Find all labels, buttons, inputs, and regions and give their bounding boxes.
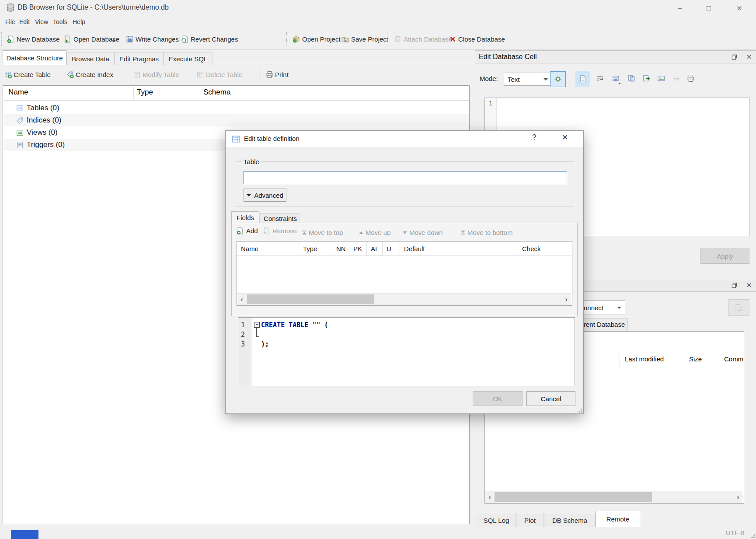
column-divider[interactable] [684,353,684,368]
export-data-button[interactable] [624,71,638,85]
revert-changes-button[interactable]: Revert Changes [178,31,240,47]
help-button[interactable]: ? [526,133,542,145]
add-field-button[interactable]: Add [237,227,258,234]
null-icon [672,74,680,82]
tab-database-structure[interactable]: Database Structure [3,50,66,65]
app-window: DB Browser for SQLite - C:\Users\turne\d… [0,0,756,539]
remote-column-last-modified[interactable]: Last modified [625,355,664,363]
printer-icon [687,74,695,82]
revert-changes-icon [181,35,188,43]
save-project-button[interactable]: Save Project [339,31,391,47]
print-button[interactable]: Print [266,67,289,82]
scroll-left-icon[interactable]: ‹ [237,294,246,305]
tree-column-type[interactable]: Type [137,88,153,97]
new-database-button[interactable]: New Database [4,31,62,47]
tab-db-schema[interactable]: DB Schema [544,513,596,528]
image-viewer-button[interactable] [654,71,668,85]
col-pk[interactable]: PK [349,242,367,256]
tab-plot[interactable]: Plot [516,513,544,528]
menu-file[interactable]: File [3,17,18,27]
open-project-icon [293,35,300,43]
line-number: 1 [485,100,496,107]
column-divider[interactable] [133,87,134,99]
col-check[interactable]: Check [518,242,571,256]
tree-row-tables[interactable]: Tables (0) [3,102,469,114]
remote-horizontal-scrollbar[interactable]: ‹ › [485,491,742,503]
encoding-indicator[interactable]: UTF-8 [726,529,745,536]
scroll-right-icon[interactable]: › [562,294,571,305]
open-project-button[interactable]: Open Project [290,31,343,47]
float-panel-icon[interactable] [729,280,739,290]
scrollbar-thumb[interactable] [247,294,374,304]
menu-tools[interactable]: Tools [50,17,70,27]
col-ai[interactable]: AI [367,242,383,256]
column-divider[interactable] [719,353,719,368]
sql-line-2 [261,330,328,340]
col-default[interactable]: Default [400,242,518,256]
mode-select[interactable]: Text [504,73,552,86]
toolbar-separator [120,32,121,46]
sql-code: CREATE TABLE "" ( ); [261,320,328,349]
minimize-button[interactable]: – [670,3,690,14]
close-database-button[interactable]: Close Database [447,31,508,47]
tab-edit-pragmas[interactable]: Edit Pragmas [115,52,164,65]
close-panel-icon[interactable]: ✕ [744,280,754,290]
tab-execute-sql[interactable]: Execute SQL [164,52,213,65]
tree-row-indices[interactable]: Indices (0) [3,114,469,126]
float-panel-icon[interactable] [729,52,739,62]
remote-column-size[interactable]: Size [689,355,702,363]
column-divider[interactable] [200,87,200,99]
dialog-close-button[interactable]: ✕ [557,133,573,145]
col-name[interactable]: Name [237,242,299,256]
menu-view[interactable]: View [32,17,51,27]
dialog-resize-grip[interactable] [577,407,582,413]
main-toolbar: New Database Open Database Write Changes… [0,29,756,50]
toolbar-grip[interactable] [1,32,3,46]
tab-browse-data[interactable]: Browse Data [66,52,115,65]
print-cell-button[interactable] [684,71,698,85]
menu-edit[interactable]: Edit [17,17,32,27]
scroll-right-icon[interactable]: › [734,491,742,503]
fields-horizontal-scrollbar[interactable]: ‹ › [237,293,571,305]
open-database-button[interactable]: Open Database [61,31,122,47]
close-panel-icon[interactable]: ✕ [744,52,754,62]
tab-remote[interactable]: Remote [596,511,640,528]
remote-column-commit[interactable]: Comm [724,355,743,363]
window-title: DB Browser for SQLite - C:\Users\turne\d… [17,4,169,11]
open-in-external-button[interactable] [639,71,653,85]
scroll-left-icon[interactable]: ‹ [485,491,494,503]
image-icon [657,74,665,82]
advanced-toggle-button[interactable]: Advanced [244,189,286,202]
col-nn[interactable]: NN [332,242,349,256]
delete-table-button: Delete Table [197,67,242,82]
column-divider[interactable] [620,353,620,368]
scrollbar-thumb[interactable] [495,492,652,502]
import-data-button[interactable] [609,71,623,85]
sql-line-3: ); [261,340,328,349]
import-dropdown-arrow[interactable] [618,83,621,84]
create-index-button[interactable]: Create Index [66,67,113,82]
table-group-label: Table [242,158,261,165]
fold-marker-icon[interactable]: − [254,322,260,328]
tab-fields[interactable]: Fields [231,211,259,224]
maximize-button[interactable]: □ [699,3,719,14]
tab-sql-log[interactable]: SQL Log [477,513,516,528]
table-name-input[interactable] [244,171,567,184]
col-u[interactable]: U [383,242,400,256]
open-database-dropdown-arrow[interactable] [112,40,115,42]
col-type[interactable]: Type [299,242,332,256]
resize-grip[interactable] [750,533,755,538]
close-button[interactable]: ✕ [729,3,749,14]
tab-constraints[interactable]: Constraints [259,213,301,224]
text-mode-toggle-button[interactable] [575,71,590,87]
auto-switch-mode-button[interactable] [550,71,566,87]
cancel-button[interactable]: Cancel [526,391,575,406]
menu-help[interactable]: Help [70,17,88,27]
chevron-down-icon [543,78,548,80]
tree-column-name[interactable]: Name [8,88,28,97]
word-wrap-button[interactable] [593,71,607,85]
tree-column-schema[interactable]: Schema [203,88,230,97]
write-changes-button[interactable]: Write Changes [123,31,181,47]
create-table-button[interactable]: Create Table [4,67,51,82]
word-wrap-icon [596,74,604,82]
